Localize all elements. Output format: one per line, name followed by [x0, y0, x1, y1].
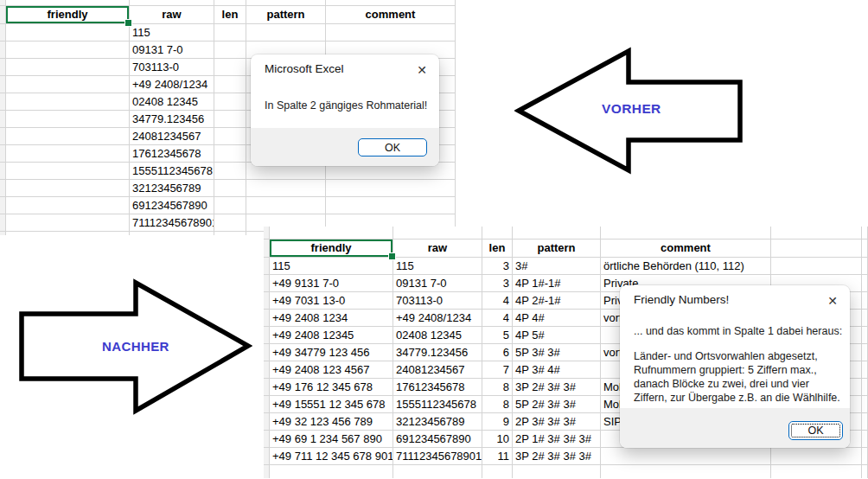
- row-header-cell[interactable]: [0, 93, 6, 111]
- cell[interactable]: 1555112345678: [393, 396, 482, 413]
- column-header-raw[interactable]: raw: [393, 240, 482, 258]
- cell[interactable]: [6, 128, 130, 145]
- row-header-cell[interactable]: [0, 128, 6, 145]
- cell[interactable]: 9: [482, 413, 513, 431]
- cell[interactable]: [6, 59, 130, 76]
- cell[interactable]: 4: [482, 292, 513, 310]
- cell[interactable]: [214, 197, 246, 214]
- cell[interactable]: [862, 396, 868, 413]
- cell[interactable]: [214, 180, 246, 197]
- fill-handle[interactable]: [388, 252, 396, 260]
- row-header-cell[interactable]: [264, 361, 270, 379]
- cell[interactable]: 115: [393, 258, 482, 275]
- cell[interactable]: 115: [270, 258, 393, 275]
- row-header-cell[interactable]: [0, 111, 6, 128]
- cell[interactable]: [326, 197, 456, 214]
- row-header-cell[interactable]: [0, 163, 6, 180]
- column-header-pattern[interactable]: pattern: [246, 6, 326, 24]
- cell[interactable]: 34779.123456: [393, 344, 482, 361]
- cell[interactable]: 3: [482, 275, 513, 292]
- cell[interactable]: +49 711 12 345 678 901: [270, 448, 393, 465]
- fill-handle[interactable]: [124, 19, 132, 27]
- cell[interactable]: [771, 258, 862, 275]
- row-header-cell[interactable]: [0, 180, 6, 197]
- cell[interactable]: +49 2408 123 4567: [270, 361, 393, 379]
- cell[interactable]: 2P 3# 3# 3#: [513, 413, 601, 431]
- row-header-cell[interactable]: [0, 145, 6, 163]
- cell[interactable]: [862, 310, 868, 327]
- cell[interactable]: 691234567890: [130, 197, 214, 214]
- row-header-cell[interactable]: [0, 24, 6, 42]
- cell[interactable]: [214, 145, 246, 163]
- cell[interactable]: 4P 4#: [513, 310, 601, 327]
- cell[interactable]: [6, 163, 130, 180]
- cell[interactable]: [771, 448, 862, 465]
- column-header-empty[interactable]: [862, 240, 868, 258]
- cell[interactable]: [214, 76, 246, 93]
- cell[interactable]: 6: [482, 344, 513, 361]
- cell[interactable]: [6, 42, 130, 59]
- cell[interactable]: [214, 42, 246, 59]
- row-header-cell[interactable]: [264, 379, 270, 396]
- cell[interactable]: [862, 379, 868, 396]
- cell[interactable]: 1555112345678: [130, 163, 214, 180]
- column-header-raw[interactable]: raw: [130, 6, 214, 24]
- cell[interactable]: 4P 3# 4#: [513, 361, 601, 379]
- row-header-cell[interactable]: [264, 327, 270, 344]
- cell[interactable]: 7: [482, 361, 513, 379]
- cell[interactable]: 3P 2# 3# 3# 3#: [513, 448, 601, 465]
- cell[interactable]: [214, 93, 246, 111]
- cell[interactable]: 8: [482, 396, 513, 413]
- cell[interactable]: 32123456789: [130, 180, 214, 197]
- cell[interactable]: 691234567890: [393, 431, 482, 448]
- cell[interactable]: 4P 1#-1#: [513, 275, 601, 292]
- cell[interactable]: +49 2408 12345: [270, 327, 393, 344]
- cell[interactable]: [214, 214, 246, 232]
- row-header-cell[interactable]: [0, 76, 6, 93]
- cell[interactable]: [862, 344, 868, 361]
- column-header-comment[interactable]: comment: [601, 240, 771, 258]
- cell[interactable]: 24081234567: [393, 361, 482, 379]
- cell[interactable]: 02408 12345: [393, 327, 482, 344]
- cell[interactable]: 703113-0: [393, 292, 482, 310]
- cell[interactable]: 02408 12345: [130, 93, 214, 111]
- cell[interactable]: [214, 59, 246, 76]
- cell[interactable]: [862, 448, 868, 465]
- cell[interactable]: [6, 24, 130, 42]
- cell[interactable]: 09131 7-0: [130, 42, 214, 59]
- cell[interactable]: 3P 2# 3# 3#: [513, 379, 601, 396]
- cell[interactable]: 17612345678: [393, 379, 482, 396]
- cell[interactable]: 3: [482, 258, 513, 275]
- cell[interactable]: +49 69 1 234 567 890: [270, 431, 393, 448]
- cell[interactable]: 4: [482, 310, 513, 327]
- cell[interactable]: [6, 76, 130, 93]
- cell[interactable]: [862, 431, 868, 448]
- close-icon[interactable]: ✕: [412, 61, 431, 80]
- cell[interactable]: 17612345678: [130, 145, 214, 163]
- cell[interactable]: [214, 163, 246, 180]
- row-header-cell[interactable]: [264, 448, 270, 465]
- cell[interactable]: [862, 327, 868, 344]
- row-header-cell[interactable]: [0, 197, 6, 214]
- cell[interactable]: 4P 5#: [513, 327, 601, 344]
- cell[interactable]: 5P 3# 3#: [513, 344, 601, 361]
- cell[interactable]: [214, 24, 246, 42]
- column-header-len[interactable]: len: [482, 240, 513, 258]
- cell[interactable]: 10: [482, 431, 513, 448]
- cell[interactable]: 5P 2# 3# 3#: [513, 396, 601, 413]
- row-header-cell[interactable]: [264, 413, 270, 431]
- cell[interactable]: [862, 413, 868, 431]
- cell[interactable]: [246, 180, 326, 197]
- row-header-cell[interactable]: [264, 275, 270, 292]
- cell[interactable]: 115: [130, 24, 214, 42]
- column-header-len[interactable]: len: [214, 6, 246, 24]
- cell[interactable]: 5: [482, 327, 513, 344]
- cell[interactable]: +49 15551 12 345 678: [270, 396, 393, 413]
- cell[interactable]: [214, 128, 246, 145]
- cell[interactable]: +49 2408 1234: [270, 310, 393, 327]
- cell[interactable]: +49 32 123 456 789: [270, 413, 393, 431]
- cell[interactable]: 2P 1# 3# 3# 3#: [513, 431, 601, 448]
- column-header-pattern[interactable]: pattern: [513, 240, 601, 258]
- cell[interactable]: 3#: [513, 258, 601, 275]
- cell[interactable]: +49 2408/1234: [130, 76, 214, 93]
